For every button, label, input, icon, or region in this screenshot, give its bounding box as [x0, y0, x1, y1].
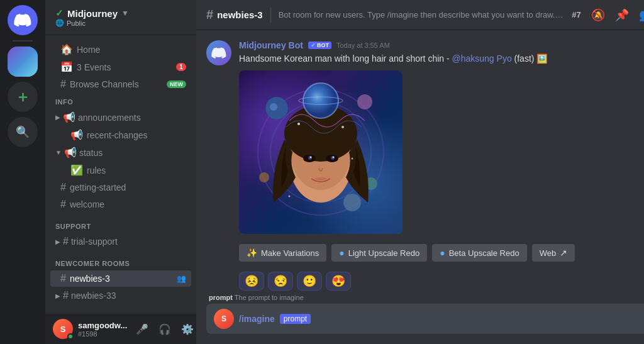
user-status-dot	[67, 333, 74, 340]
info-section-header: INFO	[45, 93, 196, 108]
sidebar-item-status[interactable]: ▼ 📢 status	[50, 144, 191, 161]
server-name: ✓ Midjourney ▼	[55, 8, 129, 19]
channel-header-name: # newbies-3	[206, 8, 263, 22]
chat-input-container: S /imagine prompt wild animals zebra::2 …	[206, 304, 644, 334]
newcomer-section: NEWCOMER ROOMS # newbies-3 👥 ▶ # newbies…	[45, 255, 196, 304]
hash-icon-w: #	[60, 199, 66, 210]
prompt-tag: prompt	[280, 314, 311, 324]
sidebar-item-newbies-33[interactable]: ▶ # newbies-33	[50, 287, 191, 304]
sidebar-item-events[interactable]: 📅 3 Events 1	[50, 58, 191, 75]
sidebar-item-recent-changes[interactable]: 📢 recent-changes	[50, 126, 191, 143]
user-avatar: S	[53, 319, 73, 339]
bot-tag-1: ✓ BOT	[308, 42, 331, 49]
add-server-icon[interactable]: ＋	[8, 82, 38, 112]
server-public-label: 🌐 Public	[55, 19, 129, 27]
make-variations-button[interactable]: ✨ Make Variations	[239, 244, 326, 262]
server-sidebar: ＋ 🔍	[0, 0, 45, 344]
emoji-reaction-2[interactable]: 😒	[268, 272, 293, 291]
announce-icon: 📢	[63, 111, 75, 123]
members-icon[interactable]: 👥	[639, 8, 644, 22]
svg-point-23	[341, 126, 344, 128]
variations-icon: ✨	[247, 248, 257, 258]
recent-icon: 📢	[70, 129, 83, 141]
browse-icon: #	[60, 79, 66, 90]
light-upscale-redo-button[interactable]: ● Light Upscale Redo	[331, 244, 427, 262]
expand-trial: ▶	[55, 238, 60, 245]
input-area: prompt The prompt to imagine S /imagine …	[196, 294, 644, 344]
member-count: #7	[572, 10, 580, 19]
svg-rect-0	[8, 47, 38, 77]
beta-upscale-icon: ●	[440, 248, 445, 258]
bot-avatar-1	[206, 40, 231, 65]
message-time-1: Today at 3:55 AM	[336, 42, 390, 49]
user-name: samgoodw...	[78, 321, 127, 330]
hash-icon-n3: #	[60, 273, 66, 284]
mute-button[interactable]: 🎤	[132, 319, 152, 339]
prompt-label: prompt The prompt to imagine	[206, 294, 644, 301]
slash-command: /imagine	[239, 314, 275, 324]
channel-sidebar: ✓ Midjourney ▼ 🌐 Public 🏠 Home 📅 3 Event…	[45, 0, 196, 344]
beta-upscale-redo-button[interactable]: ● Beta Upscale Redo	[432, 244, 526, 262]
settings-button[interactable]: ⚙️	[177, 319, 197, 339]
message-group-1: Midjourney Bot ✓ BOT Today at 3:55 AM Ha…	[206, 40, 644, 65]
chat-area: Midjourney Bot ✓ BOT Today at 3:55 AM Ha…	[196, 30, 644, 294]
web-button[interactable]: Web ↗	[532, 244, 575, 262]
sidebar-item-rules[interactable]: ✅ rules	[50, 162, 191, 179]
input-user-avatar: S	[214, 309, 234, 329]
svg-point-5	[270, 103, 277, 111]
discord-home-icon[interactable]	[8, 5, 38, 35]
mute-header-icon[interactable]: 🔕	[591, 8, 605, 22]
info-section: INFO ▶ 📢 announcements 📢 recent-changes …	[45, 93, 196, 213]
server-icon-midjourney[interactable]	[8, 47, 38, 77]
emoji-reaction-4[interactable]: 😍	[326, 272, 351, 291]
support-section-header: SUPPORT	[45, 218, 196, 233]
sidebar-item-announcements[interactable]: ▶ 📢 announcements	[50, 109, 191, 126]
status-icon: 📢	[64, 147, 77, 158]
web-link-icon: ↗	[560, 248, 567, 258]
user-info: samgoodw... #1598	[78, 321, 127, 338]
action-buttons: ✨ Make Variations ● Light Upscale Redo ●…	[239, 244, 644, 262]
sidebar-item-welcome[interactable]: # welcome	[50, 196, 191, 213]
channel-hash-icon: #	[206, 8, 213, 22]
header-divider	[270, 8, 271, 23]
newbies-3-member-icon: 👥	[177, 274, 186, 283]
channel-list: 🏠 Home 📅 3 Events 1 # Browse Channels NE…	[45, 35, 196, 314]
svg-point-22	[297, 123, 300, 125]
sidebar-item-getting-started[interactable]: # getting-started	[50, 179, 191, 196]
emoji-reaction-3[interactable]: 🙂	[297, 272, 322, 291]
channel-header: # newbies-3 Bot room for new users. Type…	[196, 0, 644, 30]
user-tag: #1598	[78, 330, 127, 338]
user-controls: 🎤 🎧 ⚙️	[132, 319, 197, 339]
verified-check: ✓	[55, 8, 64, 19]
chat-input[interactable]	[316, 314, 644, 324]
message-text-1: Handsome Korean man with long hair and s…	[239, 53, 644, 65]
home-icon: 🏠	[60, 43, 73, 55]
server-header[interactable]: ✓ Midjourney ▼ 🌐 Public	[45, 0, 196, 35]
expand-arrow-status: ▼	[55, 149, 62, 156]
server-divider	[13, 40, 33, 42]
sidebar-item-trial-support[interactable]: ▶ # trial-support	[50, 233, 191, 250]
svg-point-25	[352, 158, 353, 160]
light-upscale-icon: ●	[339, 248, 344, 258]
newcomer-section-header: NEWCOMER ROOMS	[45, 255, 196, 270]
deafen-button[interactable]: 🎧	[155, 319, 175, 339]
sidebar-item-home[interactable]: 🏠 Home	[50, 41, 191, 58]
main-content: # newbies-3 Bot room for new users. Type…	[196, 0, 644, 344]
events-icon: 📅	[60, 61, 73, 73]
chat-image	[239, 70, 402, 234]
emoji-reaction-1[interactable]: 😣	[239, 272, 264, 291]
svg-point-8	[259, 172, 269, 182]
hash-icon-ts: #	[63, 236, 69, 247]
svg-point-17	[310, 157, 312, 158]
svg-point-9	[343, 194, 361, 211]
pin-icon[interactable]: 📌	[615, 8, 629, 22]
bot-author-1: Midjourney Bot	[239, 40, 303, 50]
browse-badge: NEW	[167, 80, 186, 88]
svg-point-18	[333, 157, 335, 158]
sidebar-item-newbies-3[interactable]: # newbies-3 👥	[50, 270, 191, 287]
user-bar: S samgoodw... #1598 🎤 🎧 ⚙️	[45, 314, 196, 344]
sidebar-item-browse[interactable]: # Browse Channels NEW	[50, 76, 191, 92]
hash-icon-gs: #	[60, 182, 66, 193]
explore-icon[interactable]: 🔍	[8, 117, 38, 147]
expand-arrow: ▶	[55, 114, 60, 121]
